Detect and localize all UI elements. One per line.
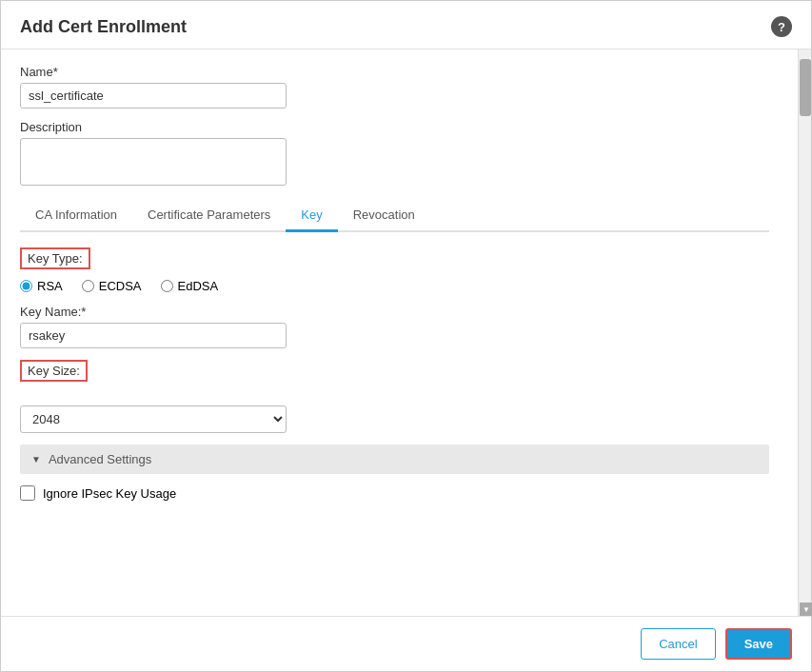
key-size-group: Key Size: 1024 2048 4096 <box>20 360 769 433</box>
key-name-input[interactable] <box>20 323 287 348</box>
scrollbar-thumb[interactable] <box>800 59 811 116</box>
dialog-title: Add Cert Enrollment <box>20 17 187 37</box>
advanced-settings-bar[interactable]: ▼ Advanced Settings <box>20 445 769 474</box>
tab-key[interactable]: Key <box>286 200 337 232</box>
ignore-ipsec-label: Ignore IPsec Key Usage <box>43 486 176 501</box>
key-type-radio-group: RSA ECDSA EdDSA <box>20 279 769 293</box>
name-label: Name* <box>20 65 769 79</box>
description-label: Description <box>20 120 769 134</box>
dialog-body: Name* Description CA Information Certifi… <box>1 49 798 616</box>
tabs-bar: CA Information Certificate Parameters Ke… <box>20 200 769 232</box>
ignore-ipsec-checkbox[interactable] <box>20 485 35 501</box>
advanced-settings-arrow: ▼ <box>31 454 41 464</box>
key-size-label: Key Size: <box>20 360 88 382</box>
radio-eddsa-input[interactable] <box>161 280 173 292</box>
dialog-scrollbar-area: Name* Description CA Information Certifi… <box>1 49 811 616</box>
scrollbar[interactable]: ▼ <box>798 49 811 616</box>
ignore-ipsec-row: Ignore IPsec Key Usage <box>20 485 769 501</box>
tab-revocation[interactable]: Revocation <box>338 200 430 232</box>
key-type-group: Key Type: RSA ECDSA EdDSA <box>20 247 769 293</box>
scroll-down-btn[interactable]: ▼ <box>800 603 812 616</box>
save-button[interactable]: Save <box>725 628 792 660</box>
radio-rsa-label: RSA <box>37 279 63 293</box>
dialog-header: Add Cert Enrollment ? <box>1 1 811 49</box>
name-form-group: Name* <box>20 65 769 109</box>
radio-eddsa-label: EdDSA <box>178 279 219 293</box>
help-icon[interactable]: ? <box>771 16 792 37</box>
radio-ecdsa-label: ECDSA <box>99 279 142 293</box>
key-size-select[interactable]: 1024 2048 4096 <box>20 405 287 433</box>
radio-ecdsa-input[interactable] <box>82 280 94 292</box>
description-input[interactable] <box>20 138 287 186</box>
radio-eddsa[interactable]: EdDSA <box>161 279 219 293</box>
radio-rsa-input[interactable] <box>20 280 32 292</box>
radio-ecdsa[interactable]: ECDSA <box>82 279 142 293</box>
dialog-footer: Cancel Save <box>1 616 811 671</box>
name-input[interactable] <box>20 83 287 109</box>
advanced-settings-label: Advanced Settings <box>49 452 151 466</box>
key-name-label: Key Name:* <box>20 305 769 319</box>
key-name-group: Key Name:* <box>20 305 769 348</box>
add-cert-enrollment-dialog: Add Cert Enrollment ? Name* Description … <box>0 0 812 672</box>
key-type-label: Key Type: <box>20 247 90 269</box>
radio-rsa[interactable]: RSA <box>20 279 63 293</box>
content-area: Name* Description CA Information Certifi… <box>20 65 779 601</box>
cancel-button[interactable]: Cancel <box>641 628 715 660</box>
tab-certificate-parameters[interactable]: Certificate Parameters <box>132 200 286 232</box>
tab-ca-information[interactable]: CA Information <box>20 200 132 232</box>
description-form-group: Description <box>20 120 769 188</box>
